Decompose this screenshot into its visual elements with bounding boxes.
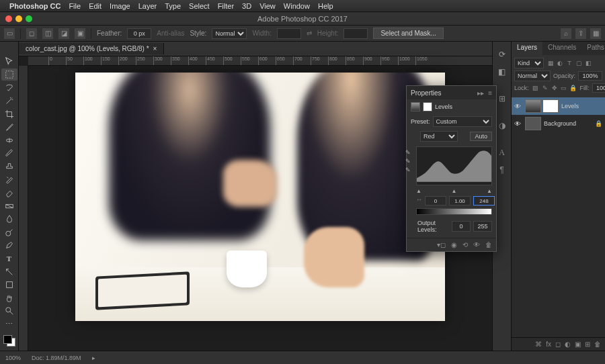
properties-panel[interactable]: Properties ▸▸ ≡ Levels Preset: Custom Re… — [406, 85, 497, 252]
menu-layer[interactable]: Layer — [138, 2, 157, 10]
color-panel-icon[interactable]: ◧ — [495, 64, 510, 79]
feather-input[interactable] — [127, 28, 151, 39]
filter-shape-icon[interactable]: ▢ — [575, 59, 583, 67]
collapse-icon[interactable]: ▸▸ — [477, 89, 484, 97]
filter-kind-select[interactable]: Kind — [514, 58, 544, 69]
type-tool-icon[interactable]: T — [1, 253, 17, 265]
fill-input[interactable] — [592, 83, 605, 93]
eyedropper-tool-icon[interactable] — [1, 121, 17, 134]
toggle-visibility-icon[interactable]: 👁 — [473, 241, 480, 248]
stamp-tool-icon[interactable] — [1, 161, 17, 173]
menu-view[interactable]: View — [259, 2, 276, 10]
edit-toolbar-icon[interactable]: ⋯ — [1, 318, 17, 331]
filter-type-icon[interactable]: T — [565, 59, 573, 67]
white-eyedropper-icon[interactable]: ✎ — [405, 167, 411, 173]
shape-tool-icon[interactable] — [1, 279, 17, 291]
pen-tool-icon[interactable] — [1, 239, 17, 252]
lock-position-icon[interactable]: ✥ — [551, 84, 559, 92]
search-icon[interactable]: ⌕ — [561, 28, 571, 39]
white-slider-icon[interactable]: ▲ — [487, 188, 492, 194]
window-maximize-icon[interactable] — [26, 15, 32, 22]
layer-item-levels[interactable]: 👁 Levels — [512, 97, 605, 115]
new-layer-icon[interactable]: ⊞ — [585, 340, 590, 348]
layer-item-background[interactable]: 👁 Background 🔒 — [512, 115, 605, 132]
color-swatches[interactable] — [3, 335, 15, 347]
move-tool-icon[interactable] — [1, 55, 17, 68]
intersect-selection-icon[interactable]: ▣ — [75, 28, 85, 39]
app-menu[interactable]: Photoshop CC — [9, 2, 61, 10]
channel-select[interactable]: Red — [420, 131, 458, 142]
gray-eyedropper-icon[interactable]: ✎ — [405, 158, 411, 165]
layers-tab[interactable]: Layers — [512, 42, 542, 55]
healing-tool-icon[interactable] — [1, 134, 17, 146]
path-tool-icon[interactable] — [1, 265, 17, 278]
marquee-tool-icon[interactable] — [1, 69, 17, 81]
histogram[interactable] — [416, 146, 492, 185]
input-white[interactable] — [473, 196, 495, 206]
opacity-input[interactable] — [578, 71, 602, 81]
document-tab[interactable]: color_cast.jpg @ 100% (Levels, RGB/8) * … — [19, 43, 164, 54]
lock-transparency-icon[interactable]: ▨ — [532, 84, 540, 92]
tool-preset-icon[interactable]: ▭ — [4, 28, 15, 39]
blend-mode-select[interactable]: Normal — [514, 71, 551, 81]
close-tab-icon[interactable]: × — [153, 45, 157, 52]
black-slider-icon[interactable]: ▲ — [416, 188, 421, 194]
doc-size-readout[interactable]: Doc: 1.89M/1.89M — [32, 355, 81, 361]
dodge-tool-icon[interactable] — [1, 226, 17, 239]
properties-header[interactable]: Properties ▸▸ ≡ — [407, 86, 496, 99]
window-close-icon[interactable] — [5, 15, 12, 22]
status-chevron-icon[interactable]: ▸ — [92, 355, 95, 361]
subtract-selection-icon[interactable]: ◪ — [58, 28, 69, 39]
filter-smart-icon[interactable]: ◧ — [584, 59, 592, 67]
auto-button[interactable]: Auto — [470, 132, 492, 141]
channels-tab[interactable]: Channels — [542, 42, 581, 55]
style-select[interactable]: Normal — [212, 28, 247, 39]
adjustment-layer-icon[interactable]: ◐ — [565, 340, 571, 348]
layer-style-icon[interactable]: fx — [546, 340, 551, 348]
clip-to-layer-icon[interactable]: ▾◻ — [437, 241, 446, 248]
menu-edit[interactable]: Edit — [89, 2, 102, 10]
layer-mask-icon[interactable]: ◻ — [555, 340, 561, 348]
select-and-mask-button[interactable]: Select and Mask... — [373, 28, 443, 39]
histogram-clip-icon[interactable]: ↔ — [416, 196, 422, 206]
share-icon[interactable]: ⇪ — [575, 28, 586, 39]
mask-icon[interactable] — [423, 102, 432, 111]
delete-layer-icon[interactable]: 🗑 — [594, 340, 601, 348]
menu-help[interactable]: Help — [318, 2, 333, 10]
menu-file[interactable]: File — [69, 2, 81, 10]
paths-tab[interactable]: Paths — [581, 42, 605, 55]
panel-menu-icon[interactable]: ≡ — [488, 89, 492, 97]
delete-adjustment-icon[interactable]: 🗑 — [485, 241, 492, 248]
view-previous-icon[interactable]: ◉ — [451, 241, 457, 248]
workspace-icon[interactable]: ▦ — [590, 28, 601, 39]
menu-filter[interactable]: Filter — [218, 2, 234, 10]
link-layers-icon[interactable]: ⌘ — [535, 340, 542, 348]
menu-type[interactable]: Type — [165, 2, 181, 10]
input-black[interactable] — [425, 196, 446, 206]
visibility-toggle-icon[interactable]: 👁 — [514, 103, 522, 110]
crop-tool-icon[interactable] — [1, 107, 17, 120]
new-selection-icon[interactable]: ◻ — [26, 28, 37, 39]
zoom-tool-icon[interactable] — [1, 305, 17, 318]
history-brush-tool-icon[interactable] — [1, 173, 17, 186]
wand-tool-icon[interactable] — [1, 95, 17, 107]
menu-image[interactable]: Image — [110, 2, 130, 10]
menu-3d[interactable]: 3D — [242, 2, 251, 10]
add-selection-icon[interactable]: ◫ — [42, 28, 53, 39]
lock-artboard-icon[interactable]: ▭ — [560, 84, 568, 92]
blur-tool-icon[interactable] — [1, 213, 17, 226]
menu-select[interactable]: Select — [189, 2, 210, 10]
menu-window[interactable]: Window — [284, 2, 310, 10]
preset-select[interactable]: Custom — [433, 116, 492, 127]
input-mid[interactable] — [449, 196, 471, 206]
hand-tool-icon[interactable] — [1, 291, 17, 304]
eraser-tool-icon[interactable] — [1, 187, 17, 199]
zoom-readout[interactable]: 100% — [5, 355, 21, 361]
black-eyedropper-icon[interactable]: ✎ — [405, 149, 411, 156]
output-gradient[interactable] — [416, 208, 492, 215]
window-minimize-icon[interactable] — [15, 15, 22, 22]
lock-pixels-icon[interactable]: ✎ — [541, 84, 549, 92]
brush-tool-icon[interactable] — [1, 147, 17, 160]
visibility-toggle-icon[interactable]: 👁 — [514, 120, 522, 128]
filter-pixel-icon[interactable]: ▦ — [547, 59, 555, 67]
